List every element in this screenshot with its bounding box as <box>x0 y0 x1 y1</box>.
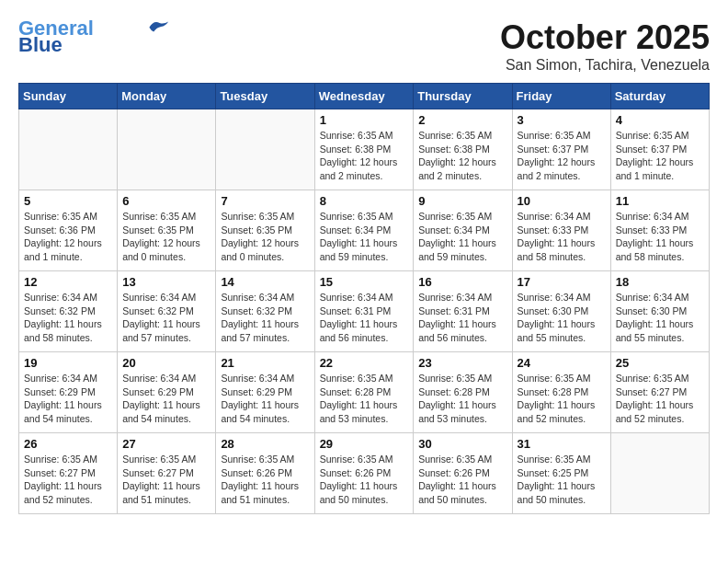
day-info: Sunrise: 6:34 AMSunset: 6:29 PMDaylight:… <box>221 372 309 426</box>
calendar-cell: 20Sunrise: 6:34 AMSunset: 6:29 PMDayligh… <box>118 352 216 433</box>
weekday-header-row: SundayMondayTuesdayWednesdayThursdayFrid… <box>19 84 710 109</box>
day-number: 26 <box>24 437 112 451</box>
day-number: 14 <box>221 275 309 289</box>
day-number: 2 <box>418 113 506 127</box>
day-number: 15 <box>320 275 409 289</box>
day-number: 17 <box>518 275 606 289</box>
calendar-cell: 19Sunrise: 6:34 AMSunset: 6:29 PMDayligh… <box>19 352 118 433</box>
location-title: San Simon, Tachira, Venezuela <box>500 57 710 74</box>
calendar-cell <box>610 433 709 514</box>
day-number: 31 <box>518 437 606 451</box>
day-info: Sunrise: 6:34 AMSunset: 6:31 PMDaylight:… <box>320 291 409 345</box>
calendar-cell: 27Sunrise: 6:35 AMSunset: 6:27 PMDayligh… <box>118 433 216 514</box>
weekday-header-thursday: Thursday <box>414 84 512 109</box>
day-info: Sunrise: 6:34 AMSunset: 6:30 PMDaylight:… <box>518 291 606 345</box>
day-number: 20 <box>122 356 210 370</box>
calendar-cell: 23Sunrise: 6:35 AMSunset: 6:28 PMDayligh… <box>414 352 512 433</box>
logo: General Blue <box>18 18 169 55</box>
weekday-header-monday: Monday <box>118 84 216 109</box>
day-number: 22 <box>320 356 409 370</box>
day-info: Sunrise: 6:35 AMSunset: 6:28 PMDaylight:… <box>320 372 409 426</box>
day-number: 5 <box>24 194 112 208</box>
day-number: 9 <box>418 194 506 208</box>
calendar-cell: 9Sunrise: 6:35 AMSunset: 6:34 PMDaylight… <box>414 190 512 271</box>
calendar-cell: 21Sunrise: 6:34 AMSunset: 6:29 PMDayligh… <box>216 352 314 433</box>
day-number: 21 <box>221 356 309 370</box>
calendar-cell: 22Sunrise: 6:35 AMSunset: 6:28 PMDayligh… <box>314 352 414 433</box>
calendar-cell: 24Sunrise: 6:35 AMSunset: 6:28 PMDayligh… <box>512 352 610 433</box>
calendar-cell: 16Sunrise: 6:34 AMSunset: 6:31 PMDayligh… <box>414 271 512 352</box>
day-number: 18 <box>616 275 704 289</box>
calendar-cell: 25Sunrise: 6:35 AMSunset: 6:27 PMDayligh… <box>610 352 709 433</box>
calendar-cell: 18Sunrise: 6:34 AMSunset: 6:30 PMDayligh… <box>610 271 709 352</box>
weekday-header-wednesday: Wednesday <box>314 84 414 109</box>
day-number: 10 <box>518 194 606 208</box>
day-number: 8 <box>320 194 409 208</box>
day-number: 30 <box>418 437 506 451</box>
day-info: Sunrise: 6:34 AMSunset: 6:33 PMDaylight:… <box>518 210 606 264</box>
day-number: 3 <box>518 113 606 127</box>
week-row-2: 5Sunrise: 6:35 AMSunset: 6:36 PMDaylight… <box>19 190 710 271</box>
calendar-cell: 4Sunrise: 6:35 AMSunset: 6:37 PMDaylight… <box>610 109 709 190</box>
day-number: 11 <box>616 194 704 208</box>
day-number: 29 <box>320 437 409 451</box>
day-number: 24 <box>518 356 606 370</box>
day-info: Sunrise: 6:35 AMSunset: 6:25 PMDaylight:… <box>518 453 606 507</box>
weekday-header-tuesday: Tuesday <box>216 84 314 109</box>
page-header: General Blue October 2025 San Simon, Tac… <box>18 18 710 74</box>
calendar-cell: 10Sunrise: 6:34 AMSunset: 6:33 PMDayligh… <box>512 190 610 271</box>
day-info: Sunrise: 6:34 AMSunset: 6:30 PMDaylight:… <box>616 291 704 345</box>
week-row-1: 1Sunrise: 6:35 AMSunset: 6:38 PMDaylight… <box>19 109 710 190</box>
weekday-header-saturday: Saturday <box>610 84 709 109</box>
day-info: Sunrise: 6:34 AMSunset: 6:29 PMDaylight:… <box>122 372 210 426</box>
calendar-cell: 29Sunrise: 6:35 AMSunset: 6:26 PMDayligh… <box>314 433 414 514</box>
day-info: Sunrise: 6:35 AMSunset: 6:34 PMDaylight:… <box>320 210 409 264</box>
day-number: 16 <box>418 275 506 289</box>
day-number: 25 <box>616 356 704 370</box>
day-info: Sunrise: 6:35 AMSunset: 6:35 PMDaylight:… <box>221 210 309 264</box>
calendar-cell: 31Sunrise: 6:35 AMSunset: 6:25 PMDayligh… <box>512 433 610 514</box>
calendar-cell <box>216 109 314 190</box>
day-info: Sunrise: 6:35 AMSunset: 6:34 PMDaylight:… <box>418 210 506 264</box>
calendar-cell: 13Sunrise: 6:34 AMSunset: 6:32 PMDayligh… <box>118 271 216 352</box>
calendar-cell: 8Sunrise: 6:35 AMSunset: 6:34 PMDaylight… <box>314 190 414 271</box>
day-number: 23 <box>418 356 506 370</box>
calendar-cell: 26Sunrise: 6:35 AMSunset: 6:27 PMDayligh… <box>19 433 118 514</box>
day-number: 4 <box>616 113 704 127</box>
day-info: Sunrise: 6:35 AMSunset: 6:38 PMDaylight:… <box>418 129 506 183</box>
calendar-cell: 2Sunrise: 6:35 AMSunset: 6:38 PMDaylight… <box>414 109 512 190</box>
calendar-cell: 6Sunrise: 6:35 AMSunset: 6:35 PMDaylight… <box>118 190 216 271</box>
day-info: Sunrise: 6:34 AMSunset: 6:33 PMDaylight:… <box>616 210 704 264</box>
day-info: Sunrise: 6:34 AMSunset: 6:31 PMDaylight:… <box>418 291 506 345</box>
day-info: Sunrise: 6:35 AMSunset: 6:38 PMDaylight:… <box>320 129 409 183</box>
calendar-table: SundayMondayTuesdayWednesdayThursdayFrid… <box>18 83 710 514</box>
day-info: Sunrise: 6:35 AMSunset: 6:26 PMDaylight:… <box>418 453 506 507</box>
day-info: Sunrise: 6:35 AMSunset: 6:35 PMDaylight:… <box>122 210 210 264</box>
day-number: 28 <box>221 437 309 451</box>
calendar-cell: 7Sunrise: 6:35 AMSunset: 6:35 PMDaylight… <box>216 190 314 271</box>
calendar-cell <box>118 109 216 190</box>
calendar-cell: 15Sunrise: 6:34 AMSunset: 6:31 PMDayligh… <box>314 271 414 352</box>
day-number: 12 <box>24 275 112 289</box>
day-info: Sunrise: 6:34 AMSunset: 6:32 PMDaylight:… <box>122 291 210 345</box>
calendar-cell: 28Sunrise: 6:35 AMSunset: 6:26 PMDayligh… <box>216 433 314 514</box>
day-info: Sunrise: 6:35 AMSunset: 6:28 PMDaylight:… <box>518 372 606 426</box>
day-info: Sunrise: 6:35 AMSunset: 6:26 PMDaylight:… <box>221 453 309 507</box>
day-number: 27 <box>122 437 210 451</box>
day-number: 13 <box>122 275 210 289</box>
week-row-5: 26Sunrise: 6:35 AMSunset: 6:27 PMDayligh… <box>19 433 710 514</box>
day-info: Sunrise: 6:34 AMSunset: 6:29 PMDaylight:… <box>24 372 112 426</box>
day-info: Sunrise: 6:35 AMSunset: 6:26 PMDaylight:… <box>320 453 409 507</box>
day-info: Sunrise: 6:34 AMSunset: 6:32 PMDaylight:… <box>221 291 309 345</box>
calendar-cell: 1Sunrise: 6:35 AMSunset: 6:38 PMDaylight… <box>314 109 414 190</box>
day-info: Sunrise: 6:35 AMSunset: 6:28 PMDaylight:… <box>418 372 506 426</box>
day-number: 1 <box>320 113 409 127</box>
calendar-cell: 5Sunrise: 6:35 AMSunset: 6:36 PMDaylight… <box>19 190 118 271</box>
calendar-cell <box>19 109 118 190</box>
day-info: Sunrise: 6:35 AMSunset: 6:27 PMDaylight:… <box>122 453 210 507</box>
day-info: Sunrise: 6:35 AMSunset: 6:37 PMDaylight:… <box>518 129 606 183</box>
calendar-cell: 14Sunrise: 6:34 AMSunset: 6:32 PMDayligh… <box>216 271 314 352</box>
calendar-cell: 12Sunrise: 6:34 AMSunset: 6:32 PMDayligh… <box>19 271 118 352</box>
calendar-title-area: October 2025 San Simon, Tachira, Venezue… <box>500 18 710 74</box>
logo-bird-icon <box>143 17 169 36</box>
